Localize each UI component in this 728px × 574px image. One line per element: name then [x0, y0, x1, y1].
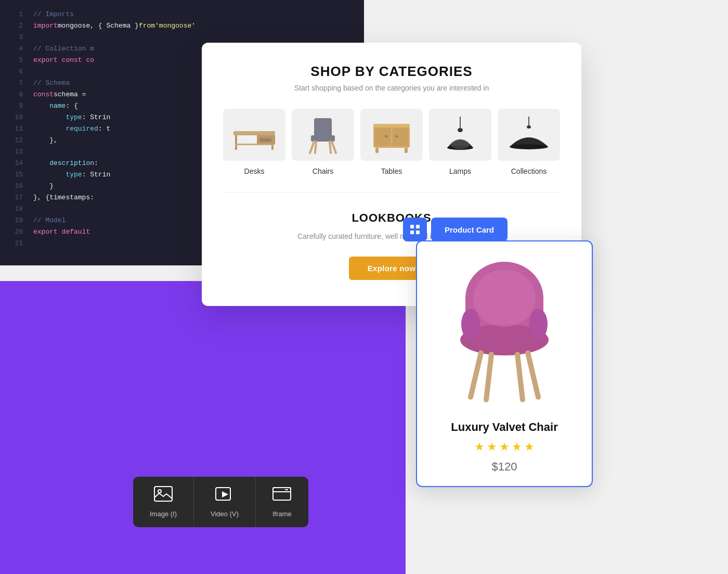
star-2: ★: [487, 440, 497, 454]
shop-title: SHOP BY CATEGORIES: [223, 63, 561, 80]
video-label: Video (V): [211, 510, 239, 518]
toolbar-item-image[interactable]: Image (I): [133, 477, 194, 527]
svg-line-8: [310, 142, 314, 153]
product-card: Luxury Valvet Chair ★ ★ ★ ★ ★ $120: [416, 240, 593, 487]
svg-rect-28: [416, 225, 420, 228]
svg-rect-2: [259, 138, 272, 142]
svg-rect-7: [311, 135, 335, 142]
product-chair-image: [442, 257, 567, 407]
star-5: ★: [524, 440, 535, 454]
desks-label: Desks: [244, 167, 265, 175]
svg-rect-16: [385, 135, 388, 137]
svg-rect-17: [395, 135, 398, 137]
svg-line-11: [330, 142, 331, 153]
svg-point-34: [473, 270, 536, 327]
purple-background: [0, 281, 406, 574]
product-name: Luxury Valvet Chair: [451, 420, 557, 434]
svg-point-25: [527, 125, 531, 129]
svg-rect-30: [416, 231, 420, 234]
svg-line-37: [486, 354, 491, 400]
video-icon: [215, 486, 234, 505]
tables-image: [360, 109, 423, 161]
svg-rect-4: [271, 135, 274, 150]
svg-rect-3: [235, 135, 237, 150]
tables-label: Tables: [381, 167, 402, 175]
category-desks[interactable]: Desks: [223, 109, 285, 175]
category-chairs[interactable]: Chairs: [292, 109, 354, 175]
iframe-icon: [272, 486, 291, 505]
toolbar-item-video[interactable]: Video (V): [194, 477, 256, 527]
product-card-button[interactable]: Product Card: [431, 218, 508, 241]
svg-rect-5: [235, 144, 274, 145]
image-icon: [154, 486, 173, 505]
lamps-label: Lamps: [449, 167, 471, 175]
iframe-label: Iframe: [272, 510, 292, 518]
star-1: ★: [474, 440, 485, 454]
grid-icon: [409, 224, 421, 235]
svg-rect-27: [410, 225, 414, 228]
svg-rect-29: [410, 231, 414, 234]
grid-icon-button[interactable]: [403, 218, 427, 241]
svg-line-9: [332, 142, 336, 153]
shop-subtitle: Start shopping based on the categories y…: [223, 84, 561, 92]
table-icon: [368, 116, 415, 155]
star-4: ★: [512, 440, 522, 454]
svg-rect-18: [375, 148, 379, 153]
collections-icon: [505, 116, 552, 155]
chair-icon: [300, 116, 346, 155]
svg-line-10: [315, 142, 316, 153]
bottom-toolbar: Image (I) Video (V) Iframe: [133, 477, 308, 527]
category-collections[interactable]: Collections: [498, 109, 560, 175]
svg-rect-6: [314, 118, 332, 138]
svg-point-40: [529, 309, 548, 340]
product-card-bar: Product Card: [403, 218, 508, 241]
svg-rect-14: [393, 128, 408, 146]
svg-rect-13: [375, 128, 391, 146]
collections-image: [498, 109, 560, 161]
svg-line-35: [471, 353, 481, 397]
toolbar-item-iframe[interactable]: Iframe: [256, 477, 308, 527]
svg-point-23: [451, 139, 470, 149]
svg-line-36: [528, 353, 538, 397]
svg-rect-0: [233, 131, 275, 135]
svg-marker-44: [222, 491, 228, 498]
lamp-icon: [437, 116, 484, 155]
product-rating: ★ ★ ★ ★ ★: [474, 440, 535, 454]
svg-point-42: [158, 490, 161, 493]
svg-rect-19: [405, 148, 408, 153]
lamps-image: [429, 109, 491, 161]
collections-label: Collections: [511, 167, 547, 175]
svg-point-39: [461, 309, 480, 340]
svg-rect-41: [154, 487, 172, 501]
categories-grid: Desks Chairs: [223, 109, 561, 175]
star-3: ★: [499, 440, 510, 454]
image-label: Image (I): [150, 510, 177, 518]
desks-image: [223, 109, 285, 161]
category-lamps[interactable]: Lamps: [429, 109, 491, 175]
svg-rect-15: [373, 124, 410, 127]
svg-point-26: [510, 144, 548, 149]
desk-icon: [231, 117, 278, 153]
svg-line-38: [517, 354, 523, 400]
category-tables[interactable]: Tables: [360, 109, 423, 175]
chairs-image: [292, 109, 354, 161]
product-price: $120: [492, 460, 517, 474]
product-image-container: [437, 254, 572, 410]
chairs-label: Chairs: [313, 167, 333, 175]
svg-point-21: [458, 128, 463, 132]
